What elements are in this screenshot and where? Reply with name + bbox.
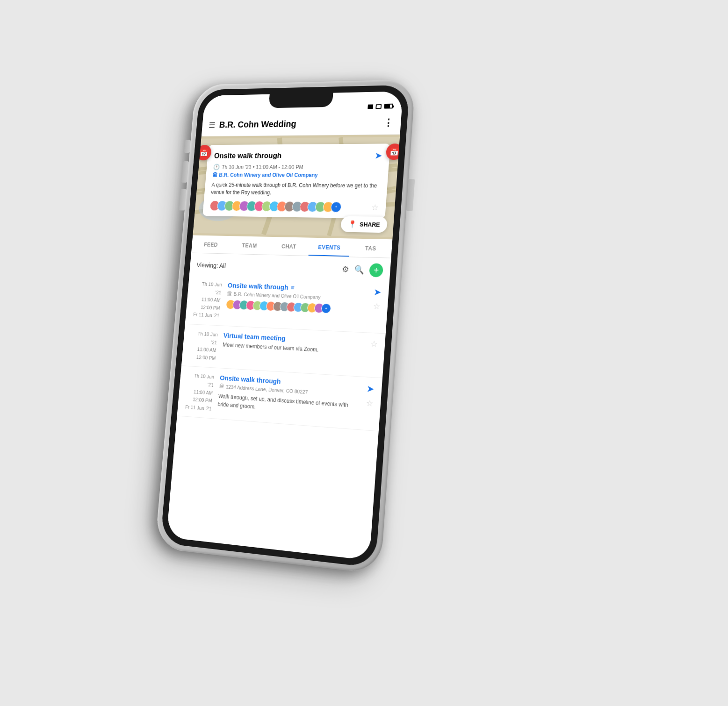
add-event-button[interactable]: + xyxy=(369,263,383,277)
power-button xyxy=(406,179,415,211)
more-options-icon[interactable]: ⋮ xyxy=(383,117,394,128)
event-3-arrow-icon[interactable]: ➤ xyxy=(366,383,375,394)
event-3-star-icon[interactable]: ☆ xyxy=(365,398,373,408)
tab-chat[interactable]: CHAT xyxy=(268,236,309,255)
volume-down-button xyxy=(179,189,186,210)
menu-icon[interactable]: ☰ xyxy=(208,120,215,129)
event-item-1[interactable]: Th 10 Jun '2111:00 AM12:00 PMFr 11 Jun '… xyxy=(185,274,389,333)
map-card-footer: + ☆ xyxy=(209,200,378,213)
event-3-date: Th 10 Jun '2111:00 AM12:00 PMFr 11 Jun '… xyxy=(184,371,220,413)
event-2-actions: ☆ xyxy=(364,338,378,372)
status-icons xyxy=(368,103,393,108)
map-card-avatars: + xyxy=(209,200,341,212)
event-1-menu-icon[interactable]: ≡ xyxy=(290,284,295,291)
silent-button xyxy=(184,140,190,152)
share-button[interactable]: 📍 SHARE xyxy=(340,216,388,233)
map-area: Onsite walk through ➤ 🕐 Th 10 Jun '21 • … xyxy=(193,134,400,239)
battery-icon xyxy=(384,103,393,108)
event-1-arrow-icon[interactable]: ➤ xyxy=(373,286,382,297)
event-2-title: Virtual team meeting xyxy=(223,331,286,342)
map-card-star-icon[interactable]: ☆ xyxy=(371,202,379,212)
map-card-time: 🕐 Th 10 Jun '21 • 11:00 AM - 12:00 PM xyxy=(213,164,382,171)
filter-icon[interactable]: ⚙ xyxy=(341,264,349,274)
map-card-description: A quick 25-minute walk through of B.R. C… xyxy=(210,181,380,197)
event-2-content: Virtual team meeting Meet new members of… xyxy=(221,331,366,371)
notch xyxy=(268,93,333,108)
phone-frame: ☰ B.R. Cohn Wedding ⋮ xyxy=(155,79,416,574)
event-1-avatars: + xyxy=(225,299,368,315)
tab-events[interactable]: EVENTS xyxy=(308,237,350,257)
event-1-content: Onsite walk through ≡ 🏛 B.R. Cohn Winery… xyxy=(224,281,369,327)
search-icon[interactable]: 🔍 xyxy=(353,264,364,275)
map-event-card[interactable]: Onsite walk through ➤ 🕐 Th 10 Jun '21 • … xyxy=(202,143,390,218)
app-header: ☰ B.R. Cohn Wedding ⋮ xyxy=(201,111,401,136)
wifi-icon xyxy=(375,104,382,108)
event-2-star-icon[interactable]: ☆ xyxy=(370,338,378,349)
event-2-date: Th 10 Jun '2111:00 AM12:00 PM xyxy=(188,329,223,363)
share-pin-icon: 📍 xyxy=(347,220,357,228)
avatar-more: + xyxy=(321,303,331,313)
viewing-label: Viewing: All xyxy=(196,261,226,269)
share-label: SHARE xyxy=(359,221,380,228)
map-card-title: Onsite walk through xyxy=(214,151,282,160)
event-3-content: Onsite walk through 🏛 1234 Address Lane,… xyxy=(216,374,362,424)
map-card-location: 🏛 B.R. Cohn Winery and Olive Oil Company xyxy=(212,172,381,178)
viewing-actions: ⚙ 🔍 + xyxy=(341,262,383,277)
tab-feed[interactable]: FEED xyxy=(191,235,231,253)
map-card-title-row: Onsite walk through ➤ xyxy=(214,150,383,161)
tab-tasks[interactable]: TAS xyxy=(349,238,392,257)
phone-inner: ☰ B.R. Cohn Wedding ⋮ xyxy=(160,85,410,568)
screen: ☰ B.R. Cohn Wedding ⋮ xyxy=(166,91,403,560)
tab-team[interactable]: TEAM xyxy=(229,236,270,255)
event-1-title: Onsite walk through xyxy=(227,281,288,291)
event-1-date: Th 10 Jun '2111:00 AM12:00 PMFr 11 Jun '… xyxy=(192,280,228,320)
event-1-star-icon[interactable]: ☆ xyxy=(372,301,380,311)
page-title: B.R. Cohn Wedding xyxy=(219,117,384,129)
volume-up-button xyxy=(181,161,188,183)
signal-icon xyxy=(368,104,373,108)
map-card-arrow-icon[interactable]: ➤ xyxy=(374,150,382,161)
content-area: Viewing: All ⚙ 🔍 + Th 10 Jun '2111:00 AM… xyxy=(166,253,391,560)
